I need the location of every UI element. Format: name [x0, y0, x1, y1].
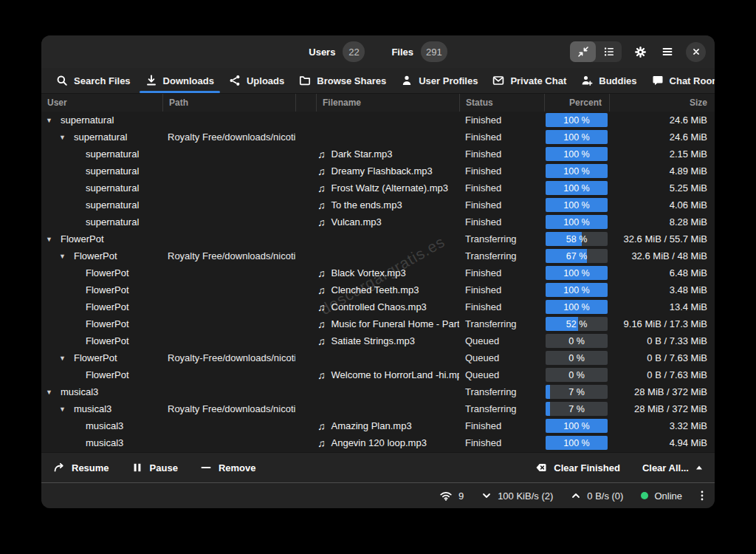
close-button[interactable]: [686, 42, 706, 62]
user-name: FlowerPot: [74, 352, 117, 363]
size-text: 6.48 MiB: [670, 267, 707, 278]
cell-filename: ♫Controlled Chaos.mp3: [316, 298, 459, 315]
cell-path: [162, 163, 295, 179]
filename-text: Welcome to HorrorLand -hi.mp3: [331, 369, 460, 380]
cell-file-icon: [295, 434, 316, 451]
cell-status: Finished: [459, 146, 544, 163]
table-row[interactable]: supernatural♫Frost Waltz (Alternate).mp3…: [41, 179, 715, 196]
table-header: UserPathFilenameStatusPercentSize: [41, 94, 715, 112]
preferences-button[interactable]: [631, 43, 649, 61]
table-row[interactable]: ▼supernaturalRoyalty Free/downloads/nico…: [41, 129, 715, 146]
table-row[interactable]: FlowerPot♫Controlled Chaos.mp3Finished10…: [41, 298, 715, 315]
size-text: 4.94 MiB: [670, 437, 707, 448]
pause-icon: [131, 462, 143, 473]
download-icon: [145, 75, 157, 86]
resume-button[interactable]: Resume: [53, 462, 109, 473]
tab-browse-shares[interactable]: Browse Shares: [292, 68, 394, 93]
tab-label: Uploads: [247, 75, 284, 86]
cell-percent: 100 %: [544, 213, 609, 230]
upload-rate-button[interactable]: 0 B/s (0): [571, 490, 623, 502]
column-header-path[interactable]: Path: [162, 94, 295, 112]
list-view-toggle-button[interactable]: [596, 41, 622, 62]
status-text: Finished: [465, 114, 501, 126]
expander-icon[interactable]: ▼: [46, 236, 55, 243]
table-row[interactable]: FlowerPot♫Clenched Teeth.mp3Finished100 …: [41, 281, 715, 298]
progress-bar: 100 %: [546, 113, 608, 127]
music-note-icon: ♫: [317, 199, 326, 211]
table-row[interactable]: ▼FlowerPotRoyalty-Free/downloads/nicotin…: [41, 349, 715, 366]
table-row[interactable]: supernatural♫Vulcan.mp3Finished100 %8.28…: [41, 213, 715, 230]
expander-icon[interactable]: ▼: [59, 355, 68, 362]
chevron-down-icon: [481, 490, 492, 501]
cell-user: FlowerPot: [41, 315, 162, 332]
download-rate-button[interactable]: 100 KiB/s (2): [481, 490, 553, 502]
statusbar-menu-button[interactable]: [700, 490, 704, 502]
table-row[interactable]: musical3♫Angevin 120 loop.mp3Finished100…: [41, 434, 715, 451]
cell-filename: ♫Satiate Strings.mp3: [316, 332, 459, 349]
tab-label: Browse Shares: [317, 75, 386, 86]
cell-size: 2.15 MiB: [609, 146, 715, 163]
progress-bar: 100 %: [546, 198, 608, 212]
cell-filename: [316, 112, 459, 129]
table-row[interactable]: supernatural♫To the ends.mp3Finished100 …: [41, 196, 715, 213]
table-row[interactable]: FlowerPot♫Welcome to HorrorLand -hi.mp3Q…: [41, 366, 715, 383]
table-row[interactable]: musical3♫Amazing Plan.mp3Finished100 %3.…: [41, 417, 715, 434]
cell-percent: 58 %: [544, 230, 609, 247]
tab-private-chat[interactable]: Private Chat: [485, 68, 574, 93]
progress-bar: 100 %: [546, 215, 608, 229]
progress-label: 7 %: [546, 385, 608, 399]
column-header-status[interactable]: Status: [459, 94, 544, 112]
music-note-icon: ♫: [317, 301, 326, 313]
menu-button[interactable]: [659, 43, 676, 61]
size-text: 9.16 MiB / 17.3 MiB: [624, 318, 707, 329]
table-row[interactable]: supernatural♫Dark Star.mp3Finished100 %2…: [41, 146, 715, 163]
table-row[interactable]: FlowerPot♫Satiate Strings.mp3Queued0 %0 …: [41, 332, 715, 349]
expander-icon[interactable]: ▼: [46, 389, 55, 396]
cell-size: 13.4 MiB: [609, 298, 715, 315]
search-icon: [56, 75, 68, 86]
table-row[interactable]: ▼FlowerPotTransferring58 %32.6 MiB / 55.…: [41, 230, 715, 247]
remove-button[interactable]: Remove: [200, 462, 256, 473]
expander-icon[interactable]: ▼: [59, 253, 68, 260]
clear-finished-button[interactable]: Clear Finished: [535, 462, 620, 473]
size-text: 3.48 MiB: [670, 284, 707, 295]
filename-text: Satiate Strings.mp3: [331, 335, 415, 346]
progress-bar: 100 %: [546, 130, 608, 144]
cell-filename: [316, 247, 459, 264]
chat-icon: [652, 75, 664, 86]
column-header-user[interactable]: User: [41, 94, 162, 112]
table-row[interactable]: supernatural♫Dreamy Flashback.mp3Finishe…: [41, 163, 715, 179]
tab-search-files[interactable]: Search Files: [49, 68, 138, 93]
cell-percent: 0 %: [544, 349, 609, 366]
column-header-filename[interactable]: Filename: [316, 94, 459, 112]
cell-size: 24.6 MiB: [609, 129, 715, 146]
progress-bar: 67 %: [546, 249, 608, 263]
tab-user-profiles[interactable]: User Profiles: [394, 68, 485, 93]
cell-size: 8.28 MiB: [609, 213, 715, 230]
shrink-toggle-button[interactable]: [570, 41, 596, 62]
tab-downloads[interactable]: Downloads: [138, 68, 221, 93]
user-name: supernatural: [86, 148, 139, 160]
table-row[interactable]: FlowerPot♫Black Vortex.mp3Finished100 %6…: [41, 264, 715, 281]
cell-user: supernatural: [41, 196, 162, 213]
pause-button[interactable]: Pause: [131, 462, 178, 473]
cell-file-icon: [295, 298, 316, 315]
clear-all-button[interactable]: Clear All...: [642, 462, 703, 473]
connection-status-button[interactable]: Online: [641, 490, 682, 502]
expander-icon[interactable]: ▼: [59, 134, 68, 141]
column-header-icon[interactable]: [295, 94, 316, 112]
resume-icon: [53, 462, 65, 473]
table-row[interactable]: ▼FlowerPotRoyalty Free/downloads/nicotin…: [41, 247, 715, 264]
column-header-size[interactable]: Size: [609, 94, 715, 112]
tab-uploads[interactable]: Uploads: [221, 68, 292, 93]
tab-buddies[interactable]: Buddies: [574, 68, 644, 93]
resume-label: Resume: [72, 462, 109, 473]
table-row[interactable]: ▼musical3Royalty Free/downloads/nicotinT…: [41, 400, 715, 417]
column-header-percent[interactable]: Percent: [544, 94, 609, 112]
tab-chat-rooms[interactable]: Chat Rooms: [645, 68, 715, 93]
table-row[interactable]: ▼musical3Transferring7 %28 MiB / 372 MiB: [41, 383, 715, 400]
table-row[interactable]: ▼supernaturalFinished100 %24.6 MiB: [41, 112, 715, 129]
expander-icon[interactable]: ▼: [46, 117, 55, 124]
expander-icon[interactable]: ▼: [59, 406, 68, 413]
table-row[interactable]: FlowerPot♫Music for Funeral Home - Part …: [41, 315, 715, 332]
